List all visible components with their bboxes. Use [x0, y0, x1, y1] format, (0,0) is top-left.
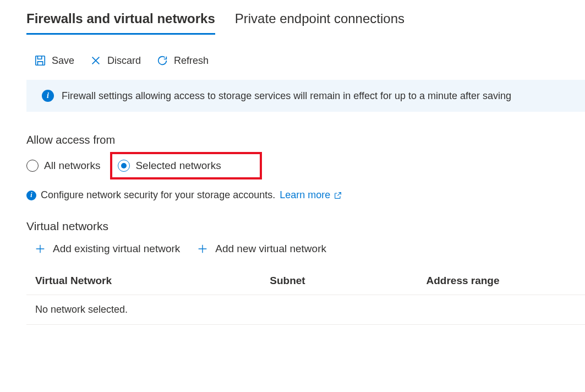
save-icon [34, 55, 46, 67]
table-row-empty: No network selected. [26, 295, 585, 325]
refresh-button[interactable]: Refresh [156, 55, 209, 67]
learn-more-link[interactable]: Learn more [280, 189, 342, 201]
add-new-label: Add new virtual network [215, 243, 326, 255]
virtual-networks-heading: Virtual networks [26, 220, 585, 233]
radio-selected-networks[interactable]: Selected networks [118, 160, 221, 172]
refresh-label: Refresh [174, 55, 209, 67]
plus-icon [196, 243, 209, 255]
save-label: Save [52, 55, 74, 67]
col-subnet: Subnet [261, 267, 417, 295]
close-icon [90, 55, 102, 67]
add-existing-label: Add existing virtual network [53, 243, 180, 255]
toolbar: Save Discard Refresh [26, 50, 585, 80]
vnet-actions: Add existing virtual network Add new vir… [26, 238, 585, 267]
info-icon: i [42, 90, 54, 102]
tab-firewalls[interactable]: Firewalls and virtual networks [26, 11, 215, 35]
configure-text: Configure network security for your stor… [41, 189, 275, 201]
table-header-row: Virtual Network Subnet Address range [26, 267, 585, 295]
info-banner: i Firewall settings allowing access to s… [26, 80, 585, 112]
save-button[interactable]: Save [34, 55, 74, 67]
configure-info-line: i Configure network security for your st… [26, 189, 585, 201]
empty-state-text: No network selected. [26, 295, 585, 325]
col-address-range: Address range [417, 267, 585, 295]
radio-selected-networks-label: Selected networks [135, 160, 221, 172]
radio-unchecked-icon [26, 160, 39, 172]
tabs-bar: Firewalls and virtual networks Private e… [26, 11, 585, 35]
learn-more-label: Learn more [280, 189, 330, 201]
discard-button[interactable]: Discard [90, 55, 141, 67]
add-new-vnet-button[interactable]: Add new virtual network [196, 243, 326, 255]
highlight-selected-networks: Selected networks [110, 152, 261, 179]
radio-all-networks[interactable]: All networks [26, 160, 100, 172]
allow-access-radio-group: All networks Selected networks [26, 152, 585, 179]
info-icon: i [26, 190, 36, 200]
radio-all-networks-label: All networks [44, 160, 100, 172]
svg-rect-0 [36, 56, 45, 66]
tab-private-endpoint[interactable]: Private endpoint connections [235, 11, 404, 35]
radio-checked-icon [118, 160, 130, 172]
allow-access-label: Allow access from [26, 134, 585, 146]
plus-icon [34, 243, 46, 255]
vnet-table: Virtual Network Subnet Address range No … [26, 267, 585, 325]
col-virtual-network: Virtual Network [26, 267, 261, 295]
external-link-icon [333, 191, 342, 200]
discard-label: Discard [107, 55, 141, 67]
info-banner-text: Firewall settings allowing access to sto… [62, 90, 511, 102]
refresh-icon [156, 55, 168, 67]
add-existing-vnet-button[interactable]: Add existing virtual network [34, 243, 180, 255]
